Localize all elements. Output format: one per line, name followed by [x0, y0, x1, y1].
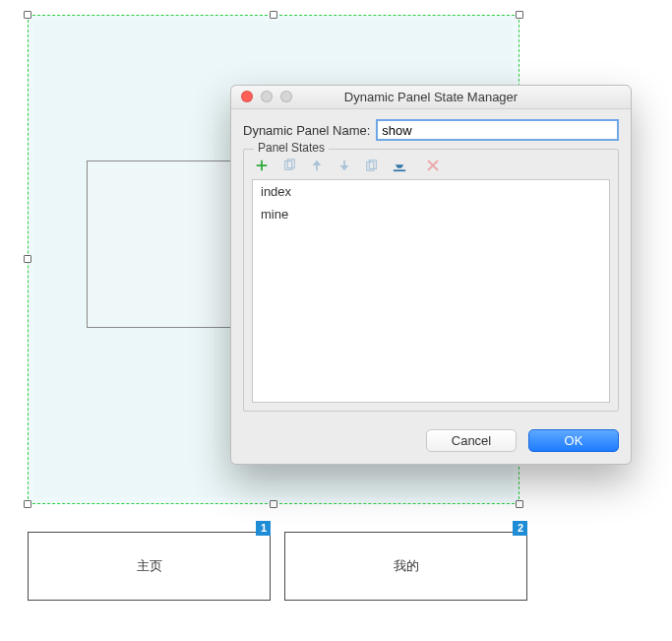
states-toolbar: [252, 156, 610, 179]
copy-icon: [365, 159, 379, 172]
state-manager-dialog: Dynamic Panel State Manager Dynamic Pane…: [230, 85, 632, 465]
move-up-button[interactable]: [309, 158, 325, 173]
resize-handle[interactable]: [516, 11, 523, 19]
dialog-button-row: Cancel OK: [231, 419, 631, 464]
tab-home[interactable]: 1 主页: [28, 532, 271, 601]
tab-footnote-badge: 1: [256, 521, 271, 536]
tab-label: 我的: [394, 557, 419, 575]
edit-icon: [393, 159, 406, 172]
duplicate-icon: [282, 159, 296, 172]
bottom-tab-row: 1 主页 2 我的: [28, 532, 527, 601]
edit-state-button[interactable]: [392, 158, 407, 173]
close-icon[interactable]: [241, 91, 253, 102]
resize-handle[interactable]: [24, 255, 31, 263]
design-canvas: h 1 主页 2 我的 Dynamic Panel State Manager …: [0, 0, 672, 641]
state-item[interactable]: mine: [253, 203, 609, 225]
resize-handle[interactable]: [270, 500, 277, 508]
ok-button[interactable]: OK: [528, 429, 619, 452]
panel-name-input[interactable]: [376, 119, 619, 141]
tab-label: 主页: [137, 557, 162, 575]
add-state-button[interactable]: [254, 158, 270, 173]
tab-mine[interactable]: 2 我的: [284, 532, 527, 601]
arrow-down-icon: [337, 159, 351, 172]
zoom-icon[interactable]: [280, 91, 292, 102]
minimize-icon[interactable]: [261, 91, 273, 102]
close-x-icon: [426, 159, 440, 172]
cancel-button[interactable]: Cancel: [426, 429, 517, 452]
resize-handle[interactable]: [270, 11, 277, 19]
dialog-titlebar[interactable]: Dynamic Panel State Manager: [231, 86, 631, 109]
panel-name-label: Dynamic Panel Name:: [243, 123, 370, 138]
state-item[interactable]: index: [253, 180, 609, 203]
resize-handle[interactable]: [24, 500, 31, 508]
tab-footnote-badge: 2: [513, 521, 527, 536]
arrow-up-icon: [310, 159, 324, 172]
panel-states-legend: Panel States: [254, 141, 329, 155]
move-down-button[interactable]: [336, 158, 352, 173]
panel-states-group: Panel States: [243, 149, 619, 412]
resize-handle[interactable]: [24, 11, 31, 19]
states-list[interactable]: index mine: [252, 179, 610, 403]
copy-state-button[interactable]: [364, 158, 380, 173]
duplicate-state-button[interactable]: [281, 158, 297, 173]
plus-icon: [255, 159, 269, 172]
dialog-title: Dynamic Panel State Manager: [344, 90, 518, 104]
window-controls: [241, 91, 292, 102]
delete-state-button[interactable]: [425, 158, 441, 173]
resize-handle[interactable]: [516, 500, 523, 508]
